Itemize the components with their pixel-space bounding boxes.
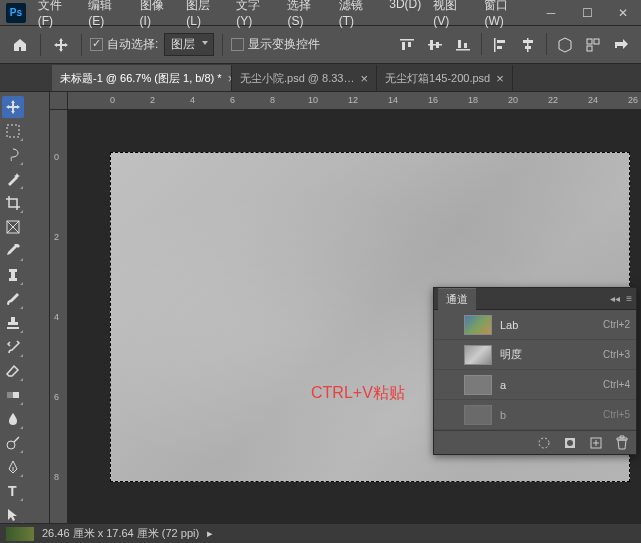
tab-document-3[interactable]: 无尘灯箱145-200.psd×: [377, 65, 513, 91]
home-icon[interactable]: [8, 33, 32, 57]
svg-rect-13: [523, 40, 533, 43]
align-hcenter-icon[interactable]: [516, 33, 540, 57]
visibility-toggle[interactable]: [440, 407, 456, 423]
close-button[interactable]: ✕: [605, 0, 641, 26]
separator: [40, 34, 41, 56]
overlay-annotation: CTRL+V粘贴: [311, 383, 405, 404]
frame-tool[interactable]: [2, 216, 24, 238]
svg-rect-8: [464, 43, 467, 48]
3d-mode-icon[interactable]: [553, 33, 577, 57]
menu-image[interactable]: 图像(I): [134, 0, 181, 32]
svg-rect-17: [587, 46, 592, 51]
gradient-tool[interactable]: [2, 384, 24, 406]
marquee-tool[interactable]: [2, 120, 24, 142]
menu-window[interactable]: 窗口(W): [478, 0, 533, 32]
svg-rect-20: [9, 269, 17, 272]
tab-document-1[interactable]: 未标题-1 @ 66.7% (图层 1, b/8) *×: [52, 65, 232, 91]
maximize-button[interactable]: ☐: [569, 0, 605, 26]
separator: [481, 33, 482, 55]
channel-row-a[interactable]: a Ctrl+4: [434, 370, 636, 400]
pen-tool[interactable]: [2, 456, 24, 478]
svg-rect-14: [525, 46, 531, 49]
channel-row-lab[interactable]: Lab Ctrl+2: [434, 310, 636, 340]
type-tool[interactable]: T: [2, 480, 24, 502]
visibility-toggle[interactable]: [440, 317, 456, 333]
menu-select[interactable]: 选择(S): [281, 0, 332, 32]
ruler-origin[interactable]: [50, 92, 68, 110]
move-tool-preset-icon[interactable]: [49, 33, 73, 57]
show-transform-checkbox[interactable]: 显示变换控件: [231, 36, 320, 53]
menu-edit[interactable]: 编辑(E): [82, 0, 133, 32]
app-logo: Ps: [6, 3, 26, 23]
channel-row-lightness[interactable]: 明度 Ctrl+3: [434, 340, 636, 370]
arrange-icon[interactable]: [581, 33, 605, 57]
panel-tab-channels[interactable]: 通道: [438, 288, 476, 310]
crop-tool[interactable]: [2, 192, 24, 214]
healing-tool[interactable]: [2, 264, 24, 286]
close-icon[interactable]: ×: [360, 71, 368, 86]
delete-channel-icon[interactable]: [614, 435, 630, 451]
eyedropper-tool[interactable]: [2, 240, 24, 262]
move-tool[interactable]: [2, 96, 24, 118]
svg-rect-1: [402, 42, 405, 50]
channel-row-b[interactable]: b Ctrl+5: [434, 400, 636, 430]
stamp-tool[interactable]: [2, 312, 24, 334]
separator: [546, 33, 547, 55]
align-vcenter-icon[interactable]: [423, 33, 447, 57]
panel-collapse-icon[interactable]: ◂◂: [610, 293, 620, 304]
menu-type[interactable]: 文字(Y): [230, 0, 281, 32]
dodge-tool[interactable]: [2, 432, 24, 454]
ruler-vertical[interactable]: 02468: [50, 110, 68, 523]
menu-filter[interactable]: 滤镜(T): [333, 0, 384, 32]
lasso-tool[interactable]: [2, 144, 24, 166]
auto-select-checkbox[interactable]: 自动选择:: [90, 36, 158, 53]
menu-layer[interactable]: 图层(L): [180, 0, 230, 32]
canvas-area: 02468101214161820222426 02468 CTRL+V粘贴 通…: [50, 92, 641, 523]
menu-view[interactable]: 视图(V): [427, 0, 478, 32]
new-channel-icon[interactable]: [588, 435, 604, 451]
minimize-button[interactable]: ─: [533, 0, 569, 26]
panel-menu-icon[interactable]: ≡: [626, 293, 632, 304]
eraser-tool[interactable]: [2, 360, 24, 382]
svg-rect-2: [408, 42, 411, 47]
visibility-toggle[interactable]: [440, 347, 456, 363]
load-selection-icon[interactable]: [536, 435, 552, 451]
close-icon[interactable]: ×: [496, 71, 504, 86]
document-tabs: 未标题-1 @ 66.7% (图层 1, b/8) *× 无尘小院.psd @ …: [0, 64, 641, 92]
channel-thumbnail: [464, 405, 492, 425]
ruler-horizontal[interactable]: 02468101214161820222426: [68, 92, 641, 110]
svg-rect-5: [436, 42, 439, 48]
svg-rect-16: [594, 39, 599, 44]
svg-point-35: [567, 440, 573, 446]
svg-rect-0: [400, 39, 414, 41]
align-left-icon[interactable]: [488, 33, 512, 57]
blur-tool[interactable]: [2, 408, 24, 430]
history-brush-tool[interactable]: [2, 336, 24, 358]
status-bar: 26.46 厘米 x 17.64 厘米 (72 ppi) ▸: [0, 523, 641, 543]
channels-panel: 通道 ◂◂≡ Lab Ctrl+2 明度 Ctrl+3 a Ctrl+4: [433, 287, 637, 455]
svg-rect-22: [11, 272, 15, 278]
auto-select-dropdown[interactable]: 图层: [164, 33, 214, 56]
svg-rect-21: [9, 278, 17, 281]
window-controls: ─ ☐ ✕: [533, 0, 641, 26]
separator: [81, 34, 82, 56]
align-top-icon[interactable]: [395, 33, 419, 57]
svg-rect-24: [7, 392, 13, 398]
tab-document-2[interactable]: 无尘小院.psd @ 8.33…×: [232, 65, 377, 91]
status-menu-icon[interactable]: ▸: [207, 527, 213, 540]
brush-tool[interactable]: [2, 288, 24, 310]
titlebar: Ps 文件(F) 编辑(E) 图像(I) 图层(L) 文字(Y) 选择(S) 滤…: [0, 0, 641, 26]
share-icon[interactable]: [609, 33, 633, 57]
svg-point-25: [7, 441, 15, 449]
svg-rect-18: [7, 125, 19, 137]
visibility-toggle[interactable]: [440, 377, 456, 393]
save-selection-icon[interactable]: [562, 435, 578, 451]
align-bottom-icon[interactable]: [451, 33, 475, 57]
svg-text:T: T: [8, 483, 17, 499]
menu-file[interactable]: 文件(F): [32, 0, 83, 32]
separator: [222, 34, 223, 56]
status-thumbnail: [6, 527, 34, 541]
menu-3d[interactable]: 3D(D): [383, 0, 427, 32]
toolbox: T ⋯ ⤺: [0, 92, 50, 523]
magic-wand-tool[interactable]: [2, 168, 24, 190]
